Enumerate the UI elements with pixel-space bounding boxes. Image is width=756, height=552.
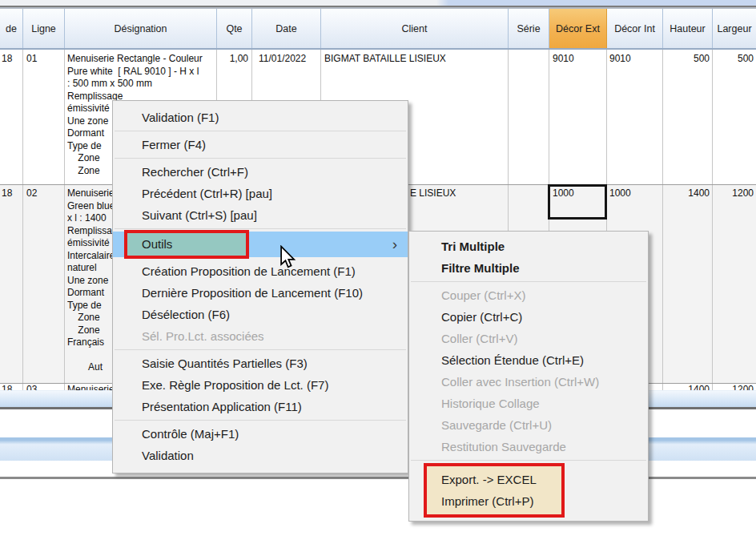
column-header-ligne[interactable]: Ligne xyxy=(23,9,65,48)
cell-largeur-clipped[interactable]: 1200 xyxy=(713,384,754,390)
cell-code[interactable]: 18 xyxy=(2,187,22,200)
menu-item-validation-f1[interactable]: Validation (F1) xyxy=(113,107,408,128)
window-top-strip xyxy=(0,0,756,6)
menu-item-precedent[interactable]: Précédent (Ctrl+R) [pau] xyxy=(113,183,408,204)
menu-item-fermer[interactable]: Fermer (F4) xyxy=(113,134,408,155)
column-header-date[interactable]: Date xyxy=(252,9,321,48)
menu-item-deselection[interactable]: Désélection (F6) xyxy=(113,304,408,325)
submenu-arrow-icon: › xyxy=(392,232,397,257)
cell-largeur[interactable]: 1200 xyxy=(713,187,754,200)
column-header-client[interactable]: Client xyxy=(321,9,509,48)
menu-separator xyxy=(115,349,406,350)
submenu-item-couper: Couper (Ctrl+X) xyxy=(409,284,648,306)
app-canvas: de Ligne Désignation Qte Date Client Sér… xyxy=(0,0,756,552)
menu-separator xyxy=(411,281,646,282)
submenu-item-export-excel[interactable]: Export. -> EXCEL xyxy=(427,469,561,490)
column-header-qte[interactable]: Qte xyxy=(217,9,252,48)
menu-separator xyxy=(115,158,406,159)
column-header-code[interactable]: de xyxy=(0,9,23,48)
menu-item-outils-label: Outils xyxy=(142,237,172,251)
menu-item-controle[interactable]: Contrôle (Maj+F1) xyxy=(113,423,408,445)
outils-submenu: Tri Multiple Filtre Multiple Couper (Ctr… xyxy=(408,231,649,522)
submenu-item-coller-avec-insertion: Coller avec Insertion (Ctrl+W) xyxy=(409,371,648,393)
menu-separator xyxy=(115,131,406,131)
menu-item-derniere-proposition[interactable]: Dernière Proposition de Lancement (F10) xyxy=(113,282,408,304)
cell-ligne-clipped[interactable]: 03 xyxy=(26,384,62,390)
column-header-decor-ext[interactable]: Décor Ext xyxy=(549,9,607,48)
mouse-cursor-icon xyxy=(278,245,297,272)
submenu-item-imprimer[interactable]: Imprimer (Ctrl+P) xyxy=(427,490,561,512)
cell-decor-ext[interactable]: 9010 xyxy=(553,53,601,66)
grid-vline xyxy=(22,50,23,390)
menu-separator xyxy=(115,228,406,229)
menu-item-rechercher[interactable]: Rechercher (Ctrl+F) xyxy=(113,161,408,183)
grid-vline xyxy=(64,50,65,390)
grid-vline xyxy=(712,50,713,390)
submenu-item-selection-etendue[interactable]: Sélection Étendue (Ctrl+E) xyxy=(409,349,648,371)
cell-qte[interactable]: 1,00 xyxy=(217,53,248,66)
menu-item-validation[interactable]: Validation xyxy=(113,445,408,466)
submenu-item-coller: Coller (Ctrl+V) xyxy=(409,328,648,349)
cell-decor-int[interactable]: 9010 xyxy=(609,53,657,66)
cell-client-fragment[interactable]: E LISIEUX xyxy=(410,187,506,200)
annotation-red-box-outils: Outils xyxy=(124,230,249,259)
menu-item-exe-regle[interactable]: Exe. Règle Proposition de Lct. (F7) xyxy=(113,374,408,396)
context-menu: Validation (F1) Fermer (F4) Rechercher (… xyxy=(112,100,408,473)
cell-hauteur[interactable]: 500 xyxy=(663,53,710,66)
submenu-item-tri-multiple[interactable]: Tri Multiple xyxy=(409,236,648,257)
cell-ligne[interactable]: 02 xyxy=(26,187,62,200)
cell-largeur[interactable]: 500 xyxy=(713,53,754,66)
cell-decor-ext-value: 1000 xyxy=(553,187,574,199)
submenu-item-restitution-sauvegarde: Restitution Sauvegarde xyxy=(409,436,648,457)
submenu-item-historique-collage: Historique Collage xyxy=(409,393,648,414)
submenu-item-filtre-multiple[interactable]: Filtre Multiple xyxy=(409,257,648,279)
cell-hauteur-clipped[interactable]: 1400 xyxy=(663,384,710,390)
cell-code[interactable]: 18 xyxy=(2,53,22,66)
column-header-decor-int[interactable]: Décor Int xyxy=(607,9,663,48)
submenu-item-copier[interactable]: Copier (Ctrl+C) xyxy=(409,306,648,328)
selected-cell-decor-ext[interactable]: 1000 xyxy=(548,184,607,220)
cell-date[interactable]: 11/01/2022 xyxy=(259,53,323,66)
menu-item-suivant[interactable]: Suivant (Ctrl+S) [pau] xyxy=(113,204,408,226)
menu-item-saisie-quantites[interactable]: Saisie Quantités Partielles (F3) xyxy=(113,353,408,374)
cell-code-clipped[interactable]: 18 xyxy=(2,384,22,390)
column-header-serie[interactable]: Série xyxy=(509,9,549,48)
annotation-red-box-export: Export. -> EXCEL Imprimer (Ctrl+P) xyxy=(424,463,565,518)
cell-decor-int[interactable]: 1000 xyxy=(609,187,657,200)
header-bottom-border xyxy=(0,48,756,50)
menu-item-outils[interactable]: Outils › xyxy=(113,232,408,257)
column-header-hauteur[interactable]: Hauteur xyxy=(663,9,713,48)
menu-separator xyxy=(411,460,646,461)
column-header-largeur[interactable]: Largeur xyxy=(713,9,756,48)
menu-item-creation-proposition[interactable]: Création Proposition de Lancement (F1) xyxy=(113,260,408,282)
column-header-designation[interactable]: Désignation xyxy=(65,9,217,48)
cell-ligne[interactable]: 01 xyxy=(26,53,62,66)
submenu-item-sauvegarde: Sauvegarde (Ctrl+U) xyxy=(409,414,648,436)
cell-hauteur[interactable]: 1400 xyxy=(663,187,710,200)
cell-client[interactable]: BIGMAT BATAILLE LISIEUX xyxy=(324,53,507,66)
menu-separator xyxy=(115,420,406,421)
menu-item-sel-prolct-associees: Sél. Pro.Lct. associées xyxy=(113,325,408,347)
menu-item-presentation-application[interactable]: Présentation Application (F11) xyxy=(113,396,408,417)
grid-vline xyxy=(662,50,663,390)
